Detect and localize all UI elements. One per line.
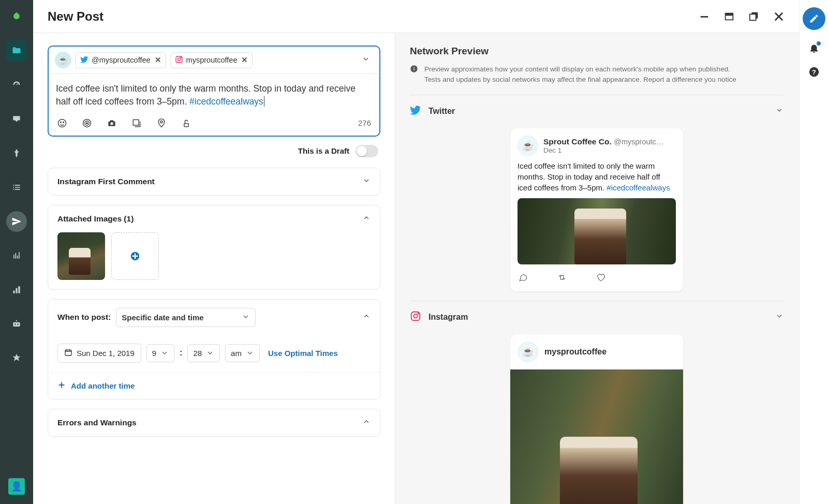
svg-rect-18 xyxy=(65,350,71,355)
panel-title-errors: Errors and Warnings xyxy=(57,418,137,427)
panel-attached-images: Attached Images (1) xyxy=(48,205,380,290)
chevron-down-icon xyxy=(362,176,371,187)
ig-card-avatar: ☕ xyxy=(518,342,538,362)
add-another-time-button[interactable]: Add another time xyxy=(48,372,380,399)
notification-dot xyxy=(817,41,821,46)
reply-icon[interactable] xyxy=(519,273,528,284)
svg-rect-3 xyxy=(750,14,756,20)
profile-dropdown-chevron-icon[interactable] xyxy=(362,55,373,65)
nav-dashboard-icon[interactable] xyxy=(6,75,27,95)
tw-card-text: Iced coffee isn't limited to only the wa… xyxy=(518,160,676,193)
panel-title-ifc: Instagram First Comment xyxy=(57,177,155,186)
attached-image-thumb[interactable] xyxy=(57,232,105,280)
help-icon[interactable]: ? xyxy=(808,66,820,78)
date-picker[interactable]: Sun Dec 1, 2019 xyxy=(57,344,141,363)
chevron-down-icon xyxy=(775,312,783,322)
panel-when-to-post: When to post: Specific date and time Sun… xyxy=(48,299,380,399)
when-row: When to post: Specific date and time xyxy=(57,308,256,327)
location-icon[interactable] xyxy=(156,118,167,128)
panel-header-ifc[interactable]: Instagram First Comment xyxy=(48,168,380,195)
sprout-logo-icon[interactable] xyxy=(6,6,27,27)
window-icon[interactable] xyxy=(723,11,735,22)
calendar-icon xyxy=(64,348,72,358)
svg-rect-0 xyxy=(701,16,708,18)
preview-header-instagram[interactable]: Instagram xyxy=(410,310,783,324)
compose-textarea[interactable]: Iced coffee isn't limited to only the wa… xyxy=(49,74,379,113)
schedule-controls-row: Sun Dec 1, 2019 9 : 28 am xyxy=(57,344,371,363)
header-actions xyxy=(699,11,785,22)
minute-select[interactable]: 28 xyxy=(187,344,220,362)
nav-folder-icon[interactable] xyxy=(6,40,27,61)
ig-card-head: ☕ mysproutcoffee xyxy=(510,334,683,369)
nav-pin-icon[interactable] xyxy=(6,143,27,164)
like-icon[interactable] xyxy=(596,273,605,284)
chevron-up-icon xyxy=(362,418,371,428)
svg-point-24 xyxy=(418,313,419,314)
tw-card-name: Sprout Coffee Co. xyxy=(543,137,612,146)
retweet-icon[interactable] xyxy=(557,273,567,284)
nav-inbox-icon[interactable] xyxy=(6,109,27,129)
user-avatar[interactable]: 👤 xyxy=(8,478,25,495)
panel-title-images: Attached Images (1) xyxy=(57,214,134,224)
panel-body-images xyxy=(48,232,380,289)
nav-reports-icon[interactable] xyxy=(6,279,27,300)
panel-header-when[interactable]: When to post: Specific date and time xyxy=(48,300,380,335)
compose-column: ☕ @mysproutcoffee ✕ mysproutcoffee ✕ xyxy=(33,33,395,504)
add-time-label: Add another time xyxy=(71,381,135,390)
twitter-preview-card: ☕ Sprout Coffee Co. @mysproutc… Dec 1 Ic… xyxy=(510,128,683,291)
svg-text:?: ? xyxy=(812,68,816,76)
svg-point-13 xyxy=(110,122,113,125)
pill-twitter-profile[interactable]: @mysproutcoffee ✕ xyxy=(76,52,166,68)
pill-twitter-remove-icon[interactable]: ✕ xyxy=(155,56,161,64)
selected-profile-avatar[interactable]: ☕ xyxy=(55,52,71,68)
preview-header-twitter[interactable]: Twitter xyxy=(410,105,783,118)
nav-publish-icon[interactable] xyxy=(6,211,27,232)
draft-toggle[interactable] xyxy=(356,145,378,157)
add-image-tile[interactable] xyxy=(111,232,159,280)
nav-list-icon[interactable] xyxy=(6,177,27,198)
emoji-icon[interactable] xyxy=(57,118,67,128)
preview-instagram-label: Instagram xyxy=(428,313,468,322)
preview-info-l1: Preview approximates how your content wi… xyxy=(424,64,736,75)
asset-library-icon[interactable] xyxy=(131,118,142,128)
close-icon[interactable] xyxy=(773,11,785,22)
ig-card-username: mysproutcoffee xyxy=(544,347,607,357)
attached-images-row xyxy=(57,232,371,280)
when-mode-value: Specific date and time xyxy=(122,313,203,322)
pill-instagram-remove-icon[interactable]: ✕ xyxy=(241,56,248,64)
panel-instagram-first-comment: Instagram First Comment xyxy=(48,168,380,196)
panel-header-errors[interactable]: Errors and Warnings xyxy=(48,409,380,436)
svg-point-8 xyxy=(61,122,62,123)
nav-star-icon[interactable] xyxy=(6,348,27,368)
pill-instagram-profile[interactable]: mysproutcoffee ✕ xyxy=(170,52,253,68)
camera-icon[interactable] xyxy=(107,118,117,128)
preview-info-text: Preview approximates how your content wi… xyxy=(424,64,736,85)
page-header: New Post xyxy=(33,0,799,33)
svg-rect-20 xyxy=(413,68,414,71)
compose-hashtag: #icedcoffeealways xyxy=(189,96,264,107)
approval-icon[interactable] xyxy=(181,118,191,128)
panel-errors-warnings: Errors and Warnings xyxy=(48,409,380,437)
chevron-down-icon xyxy=(775,106,783,116)
main-area: New Post ☕ @mysproutcoffee ✕ xyxy=(33,0,799,504)
minimize-icon[interactable] xyxy=(699,11,710,22)
compose-fab[interactable] xyxy=(803,7,825,30)
duplicate-icon[interactable] xyxy=(748,11,760,22)
ampm-select[interactable]: am xyxy=(225,344,260,362)
when-label: When to post: xyxy=(57,313,111,322)
notifications-icon[interactable] xyxy=(808,42,820,54)
panel-header-images[interactable]: Attached Images (1) xyxy=(48,205,380,232)
use-optimal-times-link[interactable]: Use Optimal Times xyxy=(268,349,338,358)
when-mode-select[interactable]: Specific date and time xyxy=(116,308,256,327)
target-icon[interactable] xyxy=(82,118,92,128)
instagram-icon xyxy=(175,55,183,65)
tw-card-head: ☕ Sprout Coffee Co. @mysproutc… Dec 1 xyxy=(518,136,676,156)
preview-title: Network Preview xyxy=(410,46,783,57)
nav-bot-icon[interactable] xyxy=(6,314,27,334)
compose-toolbar: 276 xyxy=(49,113,379,136)
preview-section-twitter: Twitter ☕ Sprout Coffee Co. @mysproutc… … xyxy=(410,95,783,301)
instagram-preview-card: ☕ mysproutcoffee xyxy=(510,334,683,505)
nav-feed-icon[interactable] xyxy=(6,245,27,266)
svg-point-7 xyxy=(58,119,66,127)
hour-select[interactable]: 9 xyxy=(146,344,174,362)
